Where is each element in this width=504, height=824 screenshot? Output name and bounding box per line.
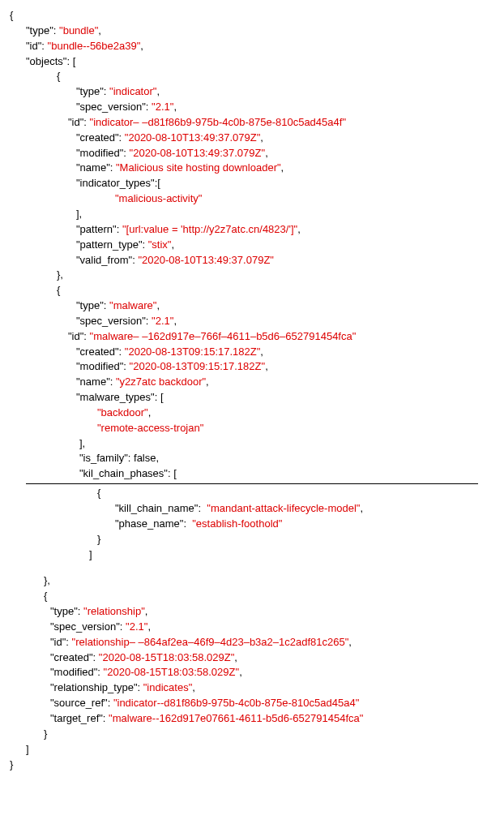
indicator-id: "id": "indicator– –d81f86b9-975b-4c0b-87… (10, 115, 494, 131)
field-objects-open: "objects": [ (10, 54, 494, 70)
malware-types-close: ], (10, 436, 494, 452)
indicator-valid-from: "valid_from": "2020-08-10T13:49:37.079Z" (10, 253, 494, 268)
indicator-types-value: "malicious-activity" (10, 191, 494, 207)
phase-name: "phase_name": "establish-foothold" (10, 517, 494, 532)
rel-target-ref: "target_ref": "malware--162d917e07661-46… (10, 711, 494, 727)
field-type: "type": "bundle", (10, 24, 494, 39)
object-open: { (10, 589, 494, 604)
rel-type: "type": "relationship", (10, 604, 494, 620)
malware-type-rat: "remote-access-trojan" (10, 421, 494, 436)
rel-modified: "modified": "2020-08-15T18:03:58.029Z", (10, 665, 494, 680)
indicator-type: "type": "indicator", (10, 84, 494, 100)
malware-modified: "modified": "2020-08-13T09:15:17.182Z", (10, 359, 494, 375)
rel-source-ref: "source_ref": "indicator--d81f86b9-975b-… (10, 696, 494, 711)
field-id: "id": "bundle--56be2a39", (10, 39, 494, 54)
kill-chain-open: "kil_chain_phases": [ (10, 466, 494, 482)
indicator-name: "name": "Malicious site hosting download… (10, 161, 494, 176)
phase-close: } (10, 532, 494, 547)
indicator-types-close: ], (10, 207, 494, 222)
malware-type: "type": "malware", (10, 298, 494, 314)
malware-types-open: "malware_types": [ (10, 390, 494, 406)
object-open: { (10, 283, 494, 298)
malware-is-family: "is_family": false, (10, 451, 494, 466)
indicator-spec: "spec_version": "2.1", (10, 100, 494, 115)
separator-line (26, 483, 478, 484)
malware-id: "id": "malware– –162d917e–766f–4611–b5d6… (10, 329, 494, 345)
kill-chain-close: ] (10, 547, 494, 563)
indicator-pattern: "pattern": "[url:value = 'http://y2z7atc… (10, 222, 494, 238)
indicator-created: "created": "2020-08-10T13:49:37.079Z", (10, 131, 494, 146)
rel-created: "created": "2020-08-15T18:03:58.029Z", (10, 650, 494, 666)
object-close: }, (10, 268, 494, 283)
object-close: } (10, 727, 494, 742)
rel-spec: "spec_version": "2.1", (10, 620, 494, 635)
object-close: }, (10, 573, 494, 589)
indicator-types-open: "indicator_types":[ (10, 176, 494, 191)
malware-created: "created": "2020-08-13T09:15:17.182Z", (10, 345, 494, 360)
kill-chain-name: "kill_chain_name": "mandant-attack-lifec… (10, 501, 494, 517)
malware-name: "name": "y2z7atc backdoor", (10, 375, 494, 390)
rel-id: "id": "relationship– –864af2ea–46f9–4d23… (10, 635, 494, 650)
malware-spec: "spec_version": "2.1", (10, 314, 494, 329)
brace-open: { (10, 8, 494, 24)
code-block: { "type": "bundle", "id": "bundle--56be2… (10, 8, 494, 772)
object-open: { (10, 69, 494, 84)
indicator-pattern-type: "pattern_type": "stix", (10, 238, 494, 253)
rel-relationship-type: "relationship_type": "indicates", (10, 680, 494, 696)
brace-close: } (10, 757, 494, 773)
indicator-modified: "modified": "2020-08-10T13:49:37.079Z", (10, 146, 494, 161)
phase-open: { (10, 486, 494, 501)
malware-type-backdoor: "backdoor", (10, 406, 494, 421)
objects-close: ] (10, 742, 494, 757)
